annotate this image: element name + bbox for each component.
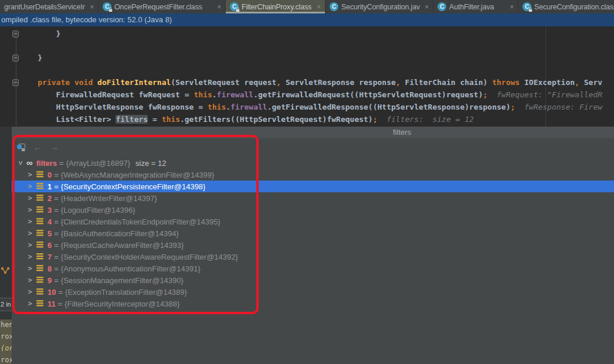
array-element-icon: [36, 276, 43, 285]
close-icon[interactable]: ×: [217, 3, 221, 11]
tab-4[interactable]: CSecurityConfiguration.java×: [325, 0, 433, 13]
equals-sign: =: [54, 276, 59, 285]
code-line[interactable]: }: [19, 29, 60, 39]
chevron-right-icon[interactable]: >: [27, 206, 33, 214]
code-token: =: [148, 115, 161, 124]
tab-1[interactable]: grantUserDetailsServiceImpl.java×: [0, 0, 99, 13]
editor-tab-bar: grantUserDetailsServiceImpl.java×COncePe…: [0, 0, 614, 13]
fold-marker-icon[interactable]: [12, 79, 19, 86]
chevron-right-icon[interactable]: >: [27, 241, 33, 249]
view-options-icon[interactable]: [16, 143, 26, 152]
fold-marker-icon[interactable]: [12, 55, 19, 62]
code-token: this: [162, 115, 180, 124]
variable-row[interactable]: >11={FilterSecurityInterceptor@14388}: [12, 298, 614, 309]
element-index: 10: [48, 288, 56, 297]
code-token: filters: [116, 115, 148, 124]
code-line[interactable]: List<Filter> filters = this.getFilters((…: [19, 114, 474, 124]
chevron-right-icon[interactable]: >: [27, 264, 33, 273]
element-index: 0: [48, 171, 52, 179]
close-icon[interactable]: ×: [317, 3, 321, 11]
array-element-icon: [36, 229, 43, 238]
variable-row[interactable]: >4={ClientCredentialsTokenEndpointFilter…: [12, 216, 614, 227]
element-value: {HeaderWriterFilter@14397}: [61, 194, 157, 203]
chevron-down-icon[interactable]: >: [16, 160, 25, 166]
code-token: firewall: [217, 90, 254, 99]
array-element-icon: [36, 241, 43, 250]
variable-row[interactable]: >0={WebAsyncManagerIntegrationFilter@143…: [12, 169, 614, 181]
chevron-right-icon[interactable]: >: [27, 217, 33, 226]
variable-row[interactable]: >1={SecurityContextPersistenceFilter@143…: [12, 181, 614, 192]
tab-label: grantUserDetailsServiceImpl.java: [4, 3, 85, 11]
collection-size: size = 12: [135, 159, 166, 168]
tab-5[interactable]: CAuthFilter.java×: [433, 0, 518, 13]
element-value: {AnonymousAuthenticationFilter@14391}: [61, 264, 201, 273]
close-icon[interactable]: ×: [425, 3, 429, 11]
tooltip-line: hen: [1, 321, 12, 329]
chevron-right-icon[interactable]: >: [27, 300, 33, 308]
code-token: .getFilters((HttpServletRequest)fwReques…: [180, 115, 373, 124]
code-token: this: [208, 103, 226, 111]
element-index: 2: [48, 194, 52, 203]
back-arrow-icon[interactable]: ←: [33, 142, 42, 152]
tab-label: AuthFilter.java: [449, 3, 505, 11]
class-letter: C: [437, 2, 446, 11]
array-element-icon: [36, 300, 43, 308]
code-token: private void: [38, 78, 97, 87]
chevron-right-icon[interactable]: >: [27, 276, 33, 284]
debugger-variables-popup: ← → > ∞ filters = {ArrayList@16897} size…: [12, 138, 614, 364]
element-index: 5: [48, 229, 52, 238]
equals-sign: =: [54, 229, 59, 238]
variable-row[interactable]: >9={SessionManagementFilter@14390}: [12, 274, 614, 286]
equals-sign: =: [59, 159, 64, 168]
variable-row[interactable]: >5={BasicAuthenticationFilter@14394}: [12, 227, 614, 239]
tooltip-line: (org: [1, 344, 12, 352]
code-line[interactable]: private void doFilterInternal(ServletReq…: [19, 77, 602, 87]
equals-sign: =: [54, 264, 59, 273]
chevron-right-icon[interactable]: >: [27, 253, 33, 261]
chevron-right-icon[interactable]: >: [27, 171, 33, 179]
code-token: .getFirewalledResponse((HttpServletRespo…: [267, 103, 511, 111]
equals-sign: =: [54, 241, 59, 250]
variable-row[interactable]: >10={ExceptionTranslationFilter@14389}: [12, 286, 614, 298]
close-icon[interactable]: ×: [90, 3, 94, 11]
variable-row[interactable]: >6={RequestCacheAwareFilter@14393}: [12, 239, 614, 251]
variable-row[interactable]: >3={LogoutFilter@14396}: [12, 204, 614, 216]
element-value: {SessionManagementFilter@14390}: [61, 276, 184, 285]
tab-6[interactable]: CSecureConfiguration.class×: [518, 0, 614, 13]
inline-debugger-hint: fwResponse: Firew: [515, 103, 602, 111]
lock-icon: [108, 7, 113, 12]
forward-arrow-icon[interactable]: →: [50, 142, 59, 152]
chevron-right-icon[interactable]: >: [27, 182, 33, 190]
code-token: List<Filter>: [19, 115, 116, 124]
variable-root-row[interactable]: > ∞ filters = {ArrayList@16897} size = 1…: [12, 157, 614, 169]
chevron-right-icon[interactable]: >: [27, 288, 33, 296]
code-line[interactable]: FirewalledRequest fwRequest = this.firew…: [19, 90, 602, 100]
popup-title-bar[interactable]: filters: [12, 127, 614, 138]
equals-sign: =: [54, 182, 59, 191]
fold-marker-icon[interactable]: [12, 30, 19, 38]
chevron-right-icon[interactable]: >: [27, 194, 33, 202]
code-line[interactable]: }: [19, 53, 42, 63]
chevron-right-icon[interactable]: >: [27, 229, 33, 237]
hierarchy-icon[interactable]: [1, 266, 10, 275]
code-line[interactable]: HttpServletResponse fwResponse = this.fi…: [19, 102, 602, 112]
class-file-icon: C: [523, 2, 531, 11]
ide-window: grantUserDetailsServiceImpl.java×COncePe…: [0, 0, 614, 364]
variable-row[interactable]: >7={SecurityContextHolderAwareRequestFil…: [12, 251, 614, 263]
implementations-label[interactable]: 2 in: [0, 298, 12, 311]
element-index: 7: [48, 253, 52, 261]
variable-name: filters: [36, 159, 57, 168]
tab-3[interactable]: CFilterChainProxy.class×: [226, 0, 325, 13]
class-file-icon: C: [330, 2, 338, 11]
variable-row[interactable]: >8={AnonymousAuthenticationFilter@14391}: [12, 263, 614, 274]
code-token: HttpServletResponse fwResponse =: [19, 103, 208, 111]
lock-icon: [528, 7, 532, 12]
tab-2[interactable]: COncePerRequestFilter.class×: [99, 0, 226, 13]
element-index: 6: [48, 241, 52, 250]
close-icon[interactable]: ×: [510, 3, 514, 11]
array-element-icon: [36, 253, 43, 261]
element-value: {SecurityContextPersistenceFilter@14398}: [61, 182, 206, 191]
variable-row[interactable]: >2={HeaderWriterFilter@14397}: [12, 192, 614, 204]
code-token: IOException: [524, 78, 575, 87]
code-editor[interactable]: } } private void doFilterInternal(Servle…: [0, 26, 614, 127]
